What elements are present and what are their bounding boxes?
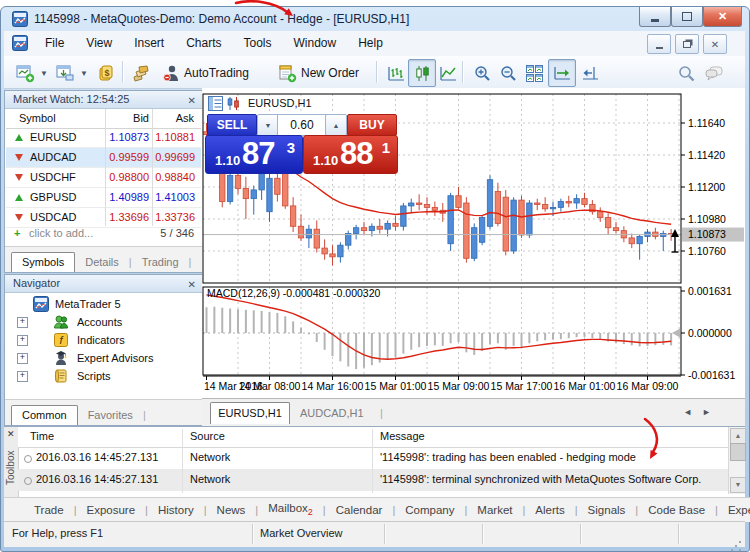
sell-price-box[interactable]: 1.10 87 3 — [205, 135, 303, 174]
market-watch-row-audcad[interactable]: AUDCAD0.995990.99699 — [6, 148, 201, 168]
volume-input[interactable]: 0.60 — [277, 114, 327, 136]
menu-item-tools[interactable]: Tools — [233, 31, 283, 56]
mdi-restore-button[interactable] — [675, 34, 699, 54]
navigator-item-scripts[interactable]: +Scripts — [5, 367, 202, 385]
navigator-item-accounts[interactable]: +Accounts — [5, 313, 202, 331]
chart-tab-eurusd[interactable]: EURUSD,H1 — [210, 402, 290, 424]
expand-icon[interactable]: + — [17, 371, 28, 382]
volume-decrease-button[interactable]: ▼ — [257, 114, 279, 136]
scroll-up-icon[interactable]: ▲ — [730, 428, 746, 444]
market-watch-close-icon[interactable]: ✕ — [188, 92, 196, 109]
buy-button-label: BUY — [359, 118, 384, 132]
auto-scroll-button[interactable] — [548, 59, 576, 87]
chart-shift-button[interactable] — [576, 59, 604, 87]
depth-of-market-icon[interactable] — [208, 96, 223, 111]
maximize-button[interactable] — [671, 7, 703, 27]
tile-windows-button[interactable] — [520, 59, 548, 87]
navigator-tab-favorites[interactable]: Favorites — [78, 406, 143, 425]
resize-grip[interactable] — [739, 541, 741, 543]
column-time[interactable]: Time — [30, 430, 54, 442]
toolbox-tab-calendar[interactable]: Calendar — [326, 504, 393, 516]
minimize-button[interactable] — [639, 7, 671, 27]
zoom-out-button[interactable] — [494, 59, 522, 87]
mdi-minimize-button[interactable] — [647, 34, 671, 54]
symbol-name: USDCAD — [30, 211, 76, 223]
column-source[interactable]: Source — [190, 430, 225, 442]
scroll-down-icon[interactable]: ▼ — [730, 477, 746, 493]
toolbox-scrollbar[interactable]: ▲ ▼ — [728, 427, 745, 494]
scrollbar-thumb[interactable] — [730, 443, 746, 461]
volume-increase-button[interactable]: ▲ — [325, 114, 347, 136]
expand-icon[interactable]: + — [17, 353, 28, 364]
tab-separator: | — [189, 256, 192, 272]
one-click-trading-icon[interactable] — [226, 96, 241, 111]
algo-trading-settings-button[interactable]: $ — [92, 59, 120, 87]
market-watch-tab-symbols[interactable]: Symbols — [11, 252, 75, 272]
add-symbol-row[interactable]: + click to add... 5 / 346 — [5, 223, 202, 245]
new-order-button[interactable]: New Order — [272, 59, 365, 87]
navigator-root[interactable]: MetaTrader 5 — [5, 295, 202, 313]
menu-item-view[interactable]: View — [75, 31, 123, 56]
market-watch-title: Market Watch: 12:54:25 ✕ — [5, 91, 202, 109]
toolbox-tab-market[interactable]: Market — [467, 504, 522, 516]
navigator-close-icon[interactable]: ✕ — [188, 276, 196, 293]
menu-item-window[interactable]: Window — [283, 31, 348, 56]
expand-icon[interactable]: + — [17, 317, 28, 328]
menu-item-file[interactable]: File — [34, 31, 75, 56]
profiles-button[interactable]: ▼ — [50, 59, 94, 87]
candlestick-chart-type-button[interactable] — [408, 59, 436, 87]
toolbox-tab-history[interactable]: History — [148, 504, 204, 516]
toolbox-tab-mailbox[interactable]: Mailbox2 — [258, 502, 323, 517]
mdi-child-icon[interactable] — [12, 35, 28, 55]
toolbox-tab-news[interactable]: News — [207, 504, 256, 516]
sell-button[interactable]: SELL — [207, 114, 257, 136]
toolbox-close-icon[interactable]: ✕ — [7, 429, 15, 439]
close-button[interactable]: ✕ — [703, 7, 742, 27]
search-button[interactable] — [672, 59, 700, 87]
toolbox-tab-exposure[interactable]: Exposure — [76, 504, 145, 516]
svg-text:$: $ — [104, 67, 109, 77]
expand-icon[interactable]: + — [17, 335, 28, 346]
toolbox-tab-trade[interactable]: Trade — [24, 504, 74, 516]
journal-row[interactable]: 2016.03.16 14:45:27.131Network'1145998':… — [18, 447, 729, 469]
bid-value: 1.40989 — [109, 191, 149, 203]
market-watch-row-gbpusd[interactable]: GBPUSD1.409891.41003 — [6, 188, 201, 208]
current-price-label: 1.10873 — [688, 228, 726, 240]
navigator-item-label: Scripts — [77, 370, 111, 382]
navigator-item-indicators[interactable]: +fIndicators — [5, 331, 202, 349]
scroll-right-icon[interactable]: ► — [702, 407, 721, 417]
zoom-in-button[interactable] — [468, 59, 496, 87]
chart-tab-scroll-arrows[interactable]: ◄► — [683, 407, 721, 417]
toolbox-tab-alerts[interactable]: Alerts — [525, 504, 574, 516]
line-chart-type-button[interactable] — [434, 59, 462, 87]
new-chart-button[interactable]: ▼ — [10, 59, 54, 87]
buy-price-box[interactable]: 1.10 88 1 — [303, 135, 398, 174]
navigator-tab-common[interactable]: Common — [11, 405, 78, 425]
market-watch-row-eurusd[interactable]: EURUSD1.108731.10881 — [6, 128, 201, 148]
buy-price-sup: 1 — [382, 139, 390, 156]
chart-tab-audcad[interactable]: AUDCAD,H1 — [300, 407, 364, 419]
column-bid[interactable]: Bid — [133, 112, 149, 124]
toolbox-tab-signals[interactable]: Signals — [578, 504, 636, 516]
toolbox-tab-experts[interactable]: Experts — [718, 504, 750, 516]
autotrading-button[interactable]: AutoTrading — [156, 59, 255, 87]
toolbox-tab-code-base[interactable]: Code Base — [638, 504, 715, 516]
toolbox-tab-company[interactable]: Company — [395, 504, 464, 516]
docs-button[interactable] — [128, 59, 156, 87]
menu-item-insert[interactable]: Insert — [123, 31, 175, 56]
market-watch-tab-trading[interactable]: Trading — [132, 253, 189, 272]
navigator-item-expert-advisors[interactable]: +Expert Advisors — [5, 349, 202, 367]
menu-item-help[interactable]: Help — [347, 31, 394, 56]
mdi-close-button[interactable]: ✕ — [703, 34, 727, 54]
bar-chart-type-button[interactable] — [382, 59, 410, 87]
buy-button[interactable]: BUY — [347, 114, 397, 136]
column-ask[interactable]: Ask — [176, 112, 194, 124]
column-symbol[interactable]: Symbol — [19, 112, 56, 124]
journal-row[interactable]: 2016.03.16 14:45:27.131Network'1145998':… — [18, 469, 729, 491]
market-watch-row-usdchf[interactable]: USDCHF0.988000.98840 — [6, 168, 201, 188]
chat-button[interactable] — [700, 59, 728, 87]
scroll-left-icon[interactable]: ◄ — [683, 407, 702, 417]
column-message[interactable]: Message — [380, 430, 425, 442]
market-watch-tab-details[interactable]: Details — [75, 253, 129, 272]
menu-item-charts[interactable]: Charts — [175, 31, 232, 56]
